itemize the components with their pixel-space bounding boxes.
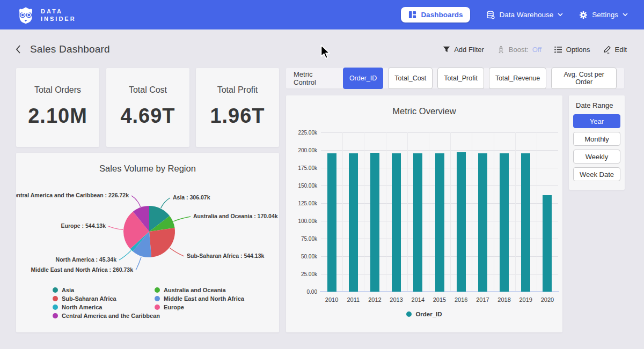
options-button[interactable]: Options xyxy=(554,46,590,54)
x-axis-tick-label: 2016 xyxy=(450,296,472,303)
nav-data-warehouse-button[interactable]: Data Warehouse xyxy=(486,11,563,19)
owl-logo-icon xyxy=(16,5,35,25)
chevron-down-icon xyxy=(558,13,563,17)
database-icon xyxy=(486,11,495,19)
y-gridline xyxy=(321,132,558,133)
legend-label: Order_ID xyxy=(415,311,442,317)
kpi-label: Total Orders xyxy=(34,85,81,95)
bar-2017[interactable] xyxy=(478,153,487,292)
pie-legend-item[interactable]: Central America and the Caribbean xyxy=(53,311,160,320)
pie-callout-label: Asia : 306.07k xyxy=(173,194,210,201)
boost-toggle[interactable]: Boost: Off xyxy=(497,46,541,54)
nav-settings-button[interactable]: Settings xyxy=(579,11,628,19)
pie-callout-label: Europe : 544.13k xyxy=(61,222,106,229)
legend-dot-icon xyxy=(53,305,58,310)
date-range-option-year[interactable]: Year xyxy=(573,114,620,128)
v-gridline xyxy=(494,132,494,292)
pencil-edit-icon xyxy=(603,46,611,54)
nav-dashboards-button[interactable]: Dashboards xyxy=(401,7,470,23)
page-title: Sales Dashboard xyxy=(30,43,110,55)
list-options-icon xyxy=(554,46,562,53)
pie-callout-label: Central America and the Caribbean : 226.… xyxy=(16,192,129,198)
y-axis-tick-label: 175.00k xyxy=(290,165,317,171)
v-gridline xyxy=(537,132,537,292)
legend-dot-icon xyxy=(406,311,412,317)
date-range-option-week-date[interactable]: Week Date xyxy=(573,167,620,181)
kpi-label: Total Profit xyxy=(217,85,258,95)
bar-2018[interactable] xyxy=(500,153,509,292)
bar-2014[interactable] xyxy=(413,153,422,292)
brand-line1: DATA xyxy=(41,8,76,15)
bar-2012[interactable] xyxy=(370,153,379,292)
edit-button[interactable]: Edit xyxy=(603,46,627,54)
bar-legend-item[interactable]: Order_ID xyxy=(406,310,442,318)
pie-callout-label: Australia and Oceania : 170.04k xyxy=(193,213,278,219)
v-gridline xyxy=(515,132,516,292)
metric-option-total-revenue[interactable]: Total_Revenue xyxy=(489,68,546,89)
pie-callout-line xyxy=(161,198,170,208)
brand-logo: DATA INSIDER xyxy=(16,5,76,25)
pie-slice-2[interactable] xyxy=(149,228,175,257)
metric-option-total-profit[interactable]: Total_Profit xyxy=(437,68,484,89)
y-axis-tick-label: 75.00k xyxy=(290,236,317,242)
legend-label: Central America and the Caribbean xyxy=(62,313,160,319)
metric-option-total-cost[interactable]: Total_Cost xyxy=(388,68,433,89)
bar-2013[interactable] xyxy=(392,153,401,292)
bar-2020[interactable] xyxy=(543,195,552,292)
bar-chart-plot[interactable]: 225.00k200.00k175.00k150.00k125.00k100.0… xyxy=(286,95,562,332)
pie-callout-line xyxy=(108,226,123,229)
header-actions: Add Filter Boost: Off Options xyxy=(443,42,627,57)
y-axis-tick-label: 225.00k xyxy=(290,130,317,136)
v-gridline xyxy=(472,132,472,292)
pie-callout-line xyxy=(173,217,191,221)
x-axis-tick-label: 2015 xyxy=(429,296,450,303)
bar-2011[interactable] xyxy=(349,153,358,292)
add-filter-label: Add Filter xyxy=(454,46,484,54)
x-axis-tick-label: 2020 xyxy=(537,296,558,303)
metric-control-bar: Metric Control Order_IDTotal_CostTotal_P… xyxy=(286,68,624,88)
v-gridline xyxy=(407,132,408,292)
bar-2015[interactable] xyxy=(435,153,444,292)
gear-icon xyxy=(579,11,588,19)
kpi-card: Total Cost4.69T xyxy=(106,68,189,147)
pie-legend-item[interactable]: Australia and Oceania xyxy=(155,286,244,294)
v-gridline xyxy=(429,132,429,292)
date-range-option-weekly[interactable]: Weekly xyxy=(573,150,620,164)
date-range-panel: Date Range YearMonthlyWeeklyWeek Date xyxy=(569,95,625,190)
kpi-value: 1.96T xyxy=(210,105,265,128)
pie-legend-item[interactable]: Middle East and North Africa xyxy=(155,294,244,302)
nav-data-warehouse-label: Data Warehouse xyxy=(499,11,553,19)
bar-2019[interactable] xyxy=(521,153,530,292)
page-header: Sales Dashboard xyxy=(15,41,110,58)
x-axis-tick-label: 2013 xyxy=(386,296,407,303)
nav-menu: Dashboards Data Warehouse xyxy=(401,7,628,23)
back-button[interactable] xyxy=(15,44,21,54)
edit-label: Edit xyxy=(615,46,627,54)
pie-legend-item[interactable]: North America xyxy=(53,303,160,311)
dashboard-grid-icon xyxy=(408,11,416,19)
pie-callout-line xyxy=(119,250,131,260)
mouse-cursor xyxy=(319,44,332,60)
y-gridline xyxy=(321,150,558,151)
v-gridline xyxy=(450,132,451,292)
nav-dashboards-label: Dashboards xyxy=(421,11,463,19)
boost-value: Off xyxy=(532,46,541,54)
metric-option-avg-cost-per-order[interactable]: Avg. Cost per Order xyxy=(551,68,617,89)
v-gridline xyxy=(386,132,386,292)
pie-legend-item[interactable]: Asia xyxy=(53,286,160,294)
pie-legend-column-2: Australia and OceaniaMiddle East and Nor… xyxy=(155,286,244,311)
bar-2010[interactable] xyxy=(327,153,336,292)
add-filter-button[interactable]: Add Filter xyxy=(443,46,484,54)
metric-option-order-id[interactable]: Order_ID xyxy=(343,68,383,89)
x-axis-tick-label: 2011 xyxy=(342,296,364,303)
legend-label: Asia xyxy=(62,287,74,293)
legend-dot-icon xyxy=(155,296,160,301)
y-axis-tick-label: 0.00 xyxy=(290,289,317,295)
date-range-option-monthly[interactable]: Monthly xyxy=(573,132,620,146)
pie-legend-item[interactable]: Sub-Saharan Africa xyxy=(53,294,160,302)
pie-legend-item[interactable]: Europe xyxy=(155,303,244,311)
app-window: DATA INSIDER Dashboards xyxy=(0,0,644,349)
bar-2016[interactable] xyxy=(457,152,466,292)
v-gridline xyxy=(342,132,343,292)
legend-dot-icon xyxy=(53,313,58,318)
